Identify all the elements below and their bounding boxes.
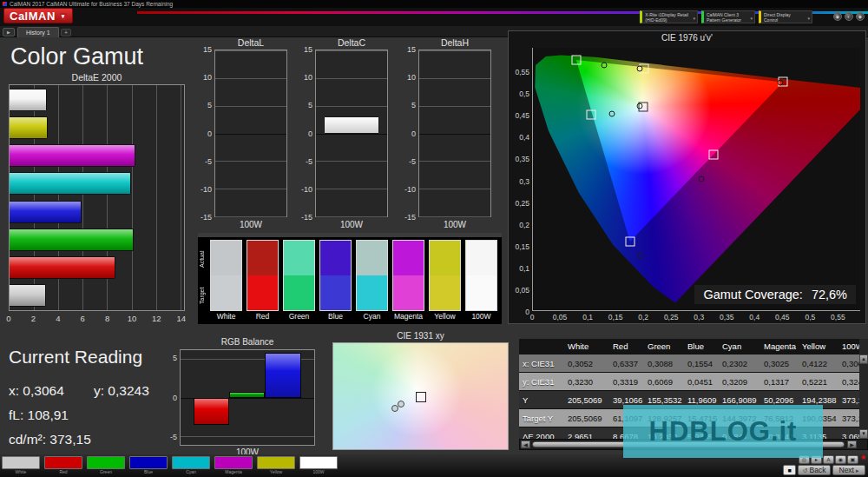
deltaC-gridline bbox=[316, 189, 387, 189]
palette-tile-100w[interactable]: 100W bbox=[299, 456, 338, 475]
reading-fl: fL: 108,91 bbox=[9, 407, 69, 423]
palette-tile-cyan[interactable]: Cyan bbox=[172, 456, 210, 475]
palette-tile-blue[interactable]: Blue bbox=[129, 456, 168, 475]
device-sublabel: (HID-Ed09) bbox=[645, 17, 688, 23]
deltaC-gridline bbox=[316, 106, 387, 107]
table-header-cell: Blue bbox=[684, 339, 719, 354]
cie1931-target-marker bbox=[416, 392, 426, 402]
rgb-balance-chart bbox=[180, 349, 315, 446]
palette-tile-green[interactable]: Green bbox=[87, 456, 125, 475]
play-button[interactable]: ▶ bbox=[3, 28, 15, 36]
palette-tile-red[interactable]: Red bbox=[44, 456, 82, 475]
table-header-cell: White bbox=[564, 339, 609, 354]
deltaL-gridline bbox=[215, 78, 286, 79]
cie1976-y-tick-label: 0,55 bbox=[515, 68, 529, 76]
cie1976-y-tick-label: 0,15 bbox=[515, 242, 529, 251]
scroll-right-button[interactable]: ▶ bbox=[847, 441, 857, 448]
swatch-target bbox=[393, 275, 424, 310]
pattern-palette: WhiteRedGreenBlueCyanMagentaYellow100W bbox=[2, 456, 338, 475]
table-cell: 0,2302 bbox=[719, 354, 760, 372]
mini-toolbar-button-4[interactable]: ◉ bbox=[835, 455, 846, 464]
main-content: Color Gamut DeltaE 2000 02468101214 Delt… bbox=[0, 37, 868, 454]
target-marker-magenta bbox=[708, 150, 718, 160]
deltaC-y-tick-label: -5 bbox=[306, 157, 312, 166]
table-row-label: y: CIE31 bbox=[519, 373, 564, 390]
gamut-coverage-readout: Gamut Coverage: 72,6% bbox=[694, 285, 856, 304]
deltaL-y-tick-label: 15 bbox=[203, 45, 212, 54]
table-cell: 0,0451 bbox=[684, 373, 719, 390]
palette-tile-white[interactable]: White bbox=[2, 456, 40, 475]
table-row-label: x: CIE31 bbox=[519, 354, 564, 372]
deltae-x-tick-label: 0 bbox=[6, 314, 10, 323]
scroll-left-button[interactable]: ◀ bbox=[521, 441, 530, 448]
deltah-chart bbox=[418, 50, 491, 217]
swatch-columns: WhiteRedGreenBlueCyanMagentaYellow100W bbox=[210, 240, 497, 322]
calman-logo-menu[interactable]: CalMAN ▾ bbox=[3, 8, 73, 23]
deltaH-y-tick-label: 10 bbox=[407, 73, 416, 82]
required-asterisk-icon: * bbox=[861, 455, 865, 464]
swatch-column-blue: Blue bbox=[319, 240, 352, 322]
swatch-actual bbox=[211, 241, 241, 275]
palette-color bbox=[172, 456, 210, 469]
palette-tile-yellow[interactable]: Yellow bbox=[257, 456, 295, 475]
device-dropdown-3[interactable]: Direct DisplayControl▾ bbox=[759, 10, 812, 23]
swatch-actual bbox=[393, 241, 424, 275]
actual-row-label: Actual bbox=[199, 242, 209, 276]
rgb-bar-blue bbox=[265, 353, 301, 398]
palette-tile-magenta[interactable]: Magenta bbox=[214, 456, 253, 475]
back-button[interactable]: ↺ Back bbox=[798, 465, 831, 475]
deltal-y-axis: 151050-5-10-15 bbox=[195, 50, 213, 217]
table-cell: 0,3052 bbox=[564, 354, 609, 372]
cie1976-y-tick-label: 0 bbox=[525, 308, 529, 316]
cie1976-y-tick-label: 0,4 bbox=[519, 133, 529, 142]
deltae-bar-red bbox=[10, 256, 115, 279]
deltae2000-chart-title: DeltaE 2000 bbox=[9, 72, 185, 83]
rgb-bar-green bbox=[229, 392, 265, 397]
device-dropdown-1[interactable]: X-Rite i1Display Retail(HID-Ed09)▾ bbox=[640, 10, 698, 23]
stop-button[interactable]: ■ bbox=[783, 465, 796, 475]
device-sublabel: Pattern Generator bbox=[707, 17, 746, 23]
cie1976-y-tick-label: 0,1 bbox=[519, 264, 529, 273]
table-row-label: ΔE 2000 bbox=[519, 427, 564, 439]
table-cell: 373,1523 bbox=[838, 409, 859, 427]
next-button[interactable]: Next ▸ bbox=[832, 465, 865, 475]
palette-label: White bbox=[2, 469, 40, 475]
rgb-y-tick-label: 5 bbox=[173, 354, 177, 362]
mini-toolbar-button-3[interactable]: A bbox=[823, 455, 834, 464]
deltaC-gridline bbox=[316, 161, 387, 162]
scroll-up-button[interactable]: ▲ bbox=[859, 354, 868, 364]
cie1976-x-axis: 00,050,10,150,20,250,30,350,40,450,50,55 bbox=[532, 313, 860, 323]
deltaL-gridline bbox=[215, 216, 286, 217]
tab-history-1[interactable]: History 1 bbox=[17, 27, 59, 37]
table-cell: 0,1317 bbox=[760, 373, 799, 390]
deltaL-gridline bbox=[215, 50, 286, 51]
table-header-cell: Red bbox=[609, 339, 644, 354]
header-round-button-2[interactable]: ◐ bbox=[845, 12, 853, 21]
cie1976-y-tick-label: 0,25 bbox=[515, 199, 529, 208]
deltae-bar-magenta bbox=[10, 144, 135, 167]
table-header-cell: Green bbox=[644, 339, 684, 354]
deltaH-gridline bbox=[419, 50, 490, 51]
deltaL-gridline bbox=[215, 189, 286, 189]
mini-toolbar-button-5[interactable]: ▣ bbox=[847, 455, 858, 464]
deltaL-gridline bbox=[215, 161, 286, 162]
swatch-name: White bbox=[210, 311, 242, 322]
chevron-down-icon: ▾ bbox=[807, 16, 810, 21]
header-round-button-1[interactable]: ◉ bbox=[833, 12, 842, 21]
table-cell: 205,5069 bbox=[564, 409, 609, 427]
app-icon bbox=[3, 2, 7, 6]
cie1976-chart: Gamut Coverage: 72,6% bbox=[532, 48, 860, 311]
swatch-actual bbox=[430, 241, 460, 275]
device-dropdown-2[interactable]: CalMAN Client 3Pattern Generator▾ bbox=[701, 10, 755, 23]
palette-label: Green bbox=[87, 469, 125, 475]
swatch-column-100w: 100W bbox=[465, 240, 497, 322]
cie1976-x-tick-label: 0,1 bbox=[582, 313, 593, 321]
header-round-button-3[interactable]: ◆ bbox=[856, 12, 865, 21]
next-arrow-icon: ▸ bbox=[856, 466, 859, 475]
deltae-bar-green bbox=[10, 229, 134, 251]
add-tab-button[interactable]: + bbox=[61, 29, 71, 36]
table-vertical-scrollbar[interactable]: ▲ ▼ bbox=[859, 339, 868, 439]
navigation-cluster: ◎▸A◉▣* ■ ↺ Back Next ▸ bbox=[775, 455, 865, 475]
swatch-pair bbox=[465, 240, 497, 311]
scroll-down-button[interactable]: ▼ bbox=[859, 429, 868, 439]
